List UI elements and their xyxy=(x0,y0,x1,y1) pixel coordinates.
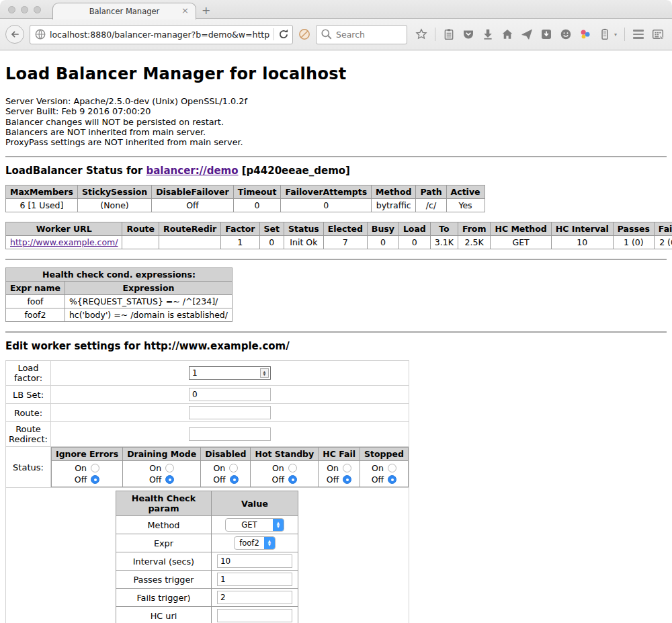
url-bar[interactable] xyxy=(30,25,293,44)
page-content: Load Balancer Manager for localhost Serv… xyxy=(0,50,672,623)
route-redirect-input[interactable] xyxy=(189,427,271,441)
inherit-notice-line: Balancers are NOT inherited from main se… xyxy=(5,127,667,137)
radio-label-off: Off xyxy=(75,474,87,485)
column-header: Hot Standby xyxy=(251,448,319,461)
factor-value: 1 xyxy=(221,236,259,249)
back-button[interactable] xyxy=(5,25,24,44)
hc-fail-on-radio[interactable] xyxy=(343,464,351,472)
column-header: Factor xyxy=(221,222,259,236)
column-header: Expr name xyxy=(6,282,65,295)
bookmark-star-icon[interactable] xyxy=(415,28,427,40)
lb-set-input[interactable] xyxy=(189,388,271,401)
hc-fail-off-radio[interactable] xyxy=(343,475,351,484)
hc-method-selected-value: GET xyxy=(226,520,273,530)
status-header-row: Ignore Errors Draining Mode Disabled Hot… xyxy=(52,448,409,461)
hc-expr-select[interactable]: foof2 ▲▼ xyxy=(234,536,276,550)
server-info: Server Version: Apache/2.5.0-dev (Unix) … xyxy=(5,96,667,147)
radio-label-off: Off xyxy=(327,474,339,485)
hc-expr-row: Expr foof2 ▲▼ xyxy=(116,534,298,552)
column-header: RouteRedir xyxy=(159,222,221,236)
divider xyxy=(5,156,667,157)
colored-dots-icon[interactable] xyxy=(579,28,591,40)
home-icon[interactable] xyxy=(501,28,513,40)
hello-smiley-icon[interactable] xyxy=(560,28,572,40)
draining-mode-on-radio[interactable] xyxy=(165,464,174,472)
hc-method-select[interactable]: GET ▲▼ xyxy=(225,518,284,532)
load-factor-label: Load factor: xyxy=(6,361,51,386)
column-header: Status xyxy=(284,222,324,236)
number-stepper-icon[interactable]: ▲▼ xyxy=(260,368,269,378)
hc-uri-label: HC uri xyxy=(116,607,211,623)
close-window-button[interactable] xyxy=(8,6,15,13)
column-header: Fails xyxy=(654,222,672,236)
hot-standby-off-radio[interactable] xyxy=(288,475,297,484)
radio-label-on: On xyxy=(213,463,225,473)
send-icon[interactable] xyxy=(521,28,533,40)
table-row: 6 [1 Used] (None) Off 0 0 bytraffic /c/ … xyxy=(6,199,485,212)
battery-clipboard-icon[interactable] xyxy=(599,28,611,40)
form-row-health-params: Health Check param Value Method GET ▲▼ xyxy=(6,488,409,623)
heading-prefix: LoadBalancer Status for xyxy=(5,165,146,177)
column-header: Passes xyxy=(613,222,654,236)
persist-notice-line: Balancer changes will NOT be persisted o… xyxy=(5,117,667,127)
server-version-line: Server Version: Apache/2.5.0-dev (Unix) … xyxy=(5,96,667,106)
radio-label-on: On xyxy=(372,463,384,473)
chevron-down-icon[interactable]: ▾ xyxy=(614,32,617,38)
hc-interval-input[interactable] xyxy=(217,554,292,568)
hc-uri-input[interactable] xyxy=(217,609,292,622)
load-factor-input[interactable] xyxy=(189,366,271,380)
tab-close-icon[interactable]: × xyxy=(181,5,189,15)
radio-label-off: Off xyxy=(149,474,161,485)
worker-url-link[interactable]: http://www.example.com/ xyxy=(10,237,118,247)
search-input[interactable] xyxy=(336,30,396,40)
ignore-errors-on-radio[interactable] xyxy=(91,464,99,472)
stopped-off-radio[interactable] xyxy=(388,475,396,484)
select-arrows-icon: ▲▼ xyxy=(264,536,275,550)
clipboard-icon[interactable] xyxy=(443,28,455,40)
worker-row: http://www.example.com/ 1 0 Init Ok 7 0 … xyxy=(6,236,672,249)
search-bar[interactable] xyxy=(316,25,407,44)
edit-worker-form: Load factor: ▲▼ LB Set: Route: Route Red… xyxy=(5,360,409,623)
column-header: DisableFailover xyxy=(152,185,233,199)
disabled-off-radio[interactable] xyxy=(230,475,239,484)
failover-attempts-value: 0 xyxy=(281,199,372,212)
browser-tab[interactable]: Balancer Manager × xyxy=(52,3,196,19)
hc-passes-input[interactable] xyxy=(217,573,292,586)
column-header: Elected xyxy=(323,222,367,236)
form-row-load-factor: Load factor: ▲▼ xyxy=(6,361,409,386)
stopped-on-radio[interactable] xyxy=(388,464,396,472)
save-page-icon[interactable] xyxy=(540,28,552,40)
url-input[interactable] xyxy=(50,30,270,40)
disable-failover-value: Off xyxy=(152,199,233,212)
disabled-on-radio[interactable] xyxy=(229,464,238,472)
expression-row: foof2 hc('body') =~ /domain is establish… xyxy=(6,308,233,322)
column-header: From xyxy=(458,222,491,236)
menu-icon[interactable] xyxy=(632,28,644,40)
new-tab-button[interactable]: + xyxy=(202,4,210,17)
radio-label-off: Off xyxy=(372,474,384,485)
reload-icon[interactable] xyxy=(278,28,290,40)
hc-uri-row: HC uri xyxy=(116,607,298,623)
column-header: FailoverAttempts xyxy=(281,185,372,199)
divider xyxy=(5,259,667,260)
minimize-window-button[interactable] xyxy=(21,6,28,13)
column-header: Ignore Errors xyxy=(52,448,123,461)
hot-standby-on-radio[interactable] xyxy=(288,464,297,472)
expr-name: foof2 xyxy=(6,308,65,322)
edit-worker-heading: Edit worker settings for http://www.exam… xyxy=(5,340,667,352)
column-header: HC Method xyxy=(491,222,551,236)
ignore-errors-off-radio[interactable] xyxy=(91,475,99,484)
tab-groups-icon[interactable] xyxy=(652,28,664,40)
hc-fails-input[interactable] xyxy=(217,591,292,604)
block-content-icon[interactable] xyxy=(298,28,310,40)
table-title-row: Health check cond. expressions: xyxy=(6,268,233,282)
balancer-demo-link[interactable]: balancer://demo xyxy=(146,165,238,177)
download-icon[interactable] xyxy=(482,28,494,40)
column-header: Load xyxy=(398,222,430,236)
zoom-window-button[interactable] xyxy=(34,6,41,13)
route-input[interactable] xyxy=(189,406,271,419)
pocket-icon[interactable] xyxy=(462,28,474,40)
form-row-route-redirect: Route Redirect: xyxy=(6,422,409,447)
column-header: Draining Mode xyxy=(123,448,201,461)
draining-mode-off-radio[interactable] xyxy=(165,475,174,484)
